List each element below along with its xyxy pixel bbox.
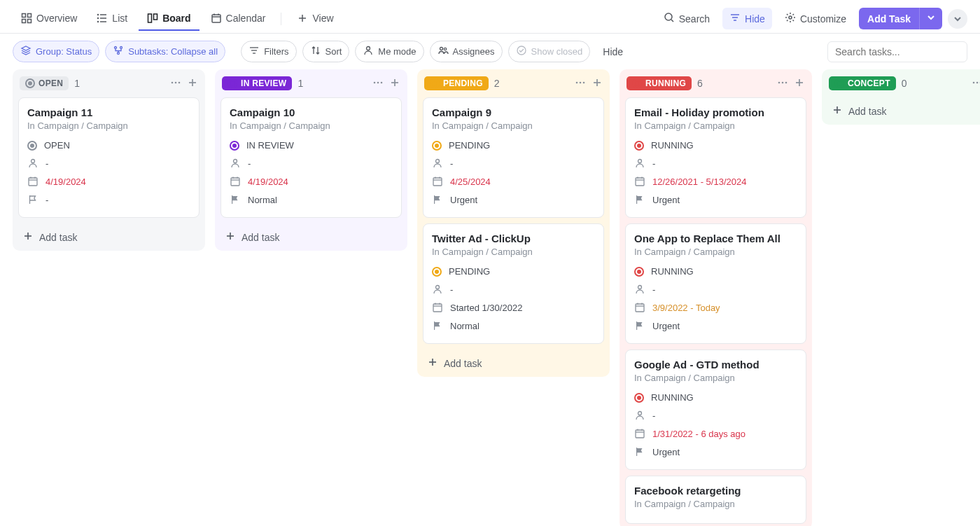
calendar-icon — [634, 302, 645, 313]
column-add[interactable] — [592, 77, 603, 90]
subtasks-pill[interactable]: Subtasks: Collapse all — [105, 41, 225, 62]
svg-rect-1 — [28, 13, 31, 17]
add-task-button[interactable]: Add Task — [859, 9, 919, 29]
sort-pill[interactable]: Sort — [302, 41, 350, 62]
hide-button[interactable]: Hide — [722, 8, 772, 29]
task-date-row: 3/9/2022 - Today — [634, 298, 797, 317]
task-priority: - — [46, 195, 48, 205]
group-by-pill[interactable]: Group: Status — [13, 41, 99, 62]
task-status-row: IN REVIEW — [230, 137, 393, 154]
svg-point-52 — [234, 160, 237, 163]
task-card[interactable]: Twitter Ad - ClickUpIn Campaign / Campai… — [423, 223, 604, 344]
status-dot-icon — [27, 141, 37, 151]
add-task-dropdown[interactable] — [919, 8, 942, 29]
task-location: In Campaign / Campaign — [432, 247, 595, 257]
column-menu[interactable] — [372, 77, 384, 90]
add-view-button[interactable]: View — [288, 7, 342, 31]
column-concept: CONCEPT0Add task — [822, 69, 980, 125]
svg-point-31 — [367, 47, 370, 50]
customize-button[interactable]: Customize — [778, 8, 853, 29]
plus-icon — [297, 13, 308, 24]
status-badge[interactable]: CONCEPT — [829, 76, 896, 90]
more-menu[interactable] — [948, 9, 967, 29]
task-card[interactable]: Google Ad - GTD methodIn Campaign / Camp… — [625, 349, 806, 470]
add-task-row[interactable]: Add task — [417, 349, 610, 377]
task-date-row: 12/26/2021 - 5/13/2024 — [634, 172, 797, 191]
column-menu[interactable] — [170, 77, 181, 90]
column-header: OPEN1 — [13, 69, 205, 97]
check-circle-icon — [516, 45, 527, 58]
add-task-row[interactable]: Add task — [215, 223, 407, 251]
show-closed-pill[interactable]: Show closed — [508, 41, 591, 62]
svg-point-59 — [576, 81, 578, 83]
task-card[interactable]: Campaign 10In Campaign / CampaignIN REVI… — [220, 97, 402, 218]
task-priority-row: - — [27, 191, 190, 209]
task-card[interactable]: Email - Holiday promotionIn Campaign / C… — [625, 97, 806, 218]
tab-calendar[interactable]: Calendar — [202, 7, 274, 31]
status-badge[interactable]: IN REVIEW — [222, 76, 292, 90]
add-task-row[interactable]: Add task — [822, 97, 980, 125]
task-card[interactable]: Campaign 9In Campaign / CampaignPENDING-… — [423, 97, 604, 218]
svg-point-69 — [436, 286, 440, 289]
hide-label: Hide — [745, 13, 765, 25]
task-search-input[interactable] — [835, 46, 960, 57]
task-status: RUNNING — [651, 392, 694, 403]
divider — [281, 13, 281, 25]
filters-pill[interactable]: Filters — [241, 41, 296, 62]
svg-point-35 — [172, 81, 174, 83]
search-button[interactable]: Search — [657, 8, 717, 29]
people-icon — [438, 45, 449, 58]
task-status: PENDING — [449, 266, 490, 277]
tab-label: Overview — [36, 13, 77, 24]
task-date-row: 4/19/2024 — [27, 172, 190, 191]
plus-icon — [225, 230, 236, 244]
tab-label: List — [112, 13, 127, 24]
task-priority: Urgent — [652, 321, 680, 331]
task-location: In Campaign / Campaign — [432, 120, 595, 131]
flag-icon — [432, 320, 443, 331]
column-add[interactable] — [794, 77, 805, 90]
column-menu[interactable] — [972, 77, 980, 90]
calendar-icon — [432, 176, 443, 187]
task-assignee-row: - — [634, 154, 797, 172]
column-add[interactable] — [389, 77, 400, 90]
task-priority-row: Urgent — [432, 191, 595, 209]
person-icon — [634, 158, 645, 169]
task-status-row: OPEN — [27, 137, 190, 154]
me-mode-pill[interactable]: Me mode — [355, 41, 424, 62]
svg-point-97 — [976, 81, 979, 83]
add-task-row[interactable]: Add task — [13, 223, 205, 251]
tab-label: Calendar — [226, 13, 266, 24]
add-task-label: Add task — [241, 232, 279, 243]
column-menu[interactable] — [777, 77, 788, 90]
tab-board[interactable]: Board — [139, 7, 199, 31]
board-icon — [147, 13, 158, 24]
svg-point-47 — [374, 81, 376, 83]
status-dot-icon — [834, 78, 844, 88]
column-pending: PENDING2Campaign 9In Campaign / Campaign… — [417, 69, 610, 377]
task-card[interactable]: Campaign 11In Campaign / CampaignOPEN-4/… — [18, 97, 200, 218]
tab-list[interactable]: List — [88, 7, 136, 31]
task-assignee: - — [450, 158, 453, 169]
status-badge[interactable]: RUNNING — [626, 76, 692, 90]
column-add[interactable] — [187, 77, 198, 90]
calendar-icon — [634, 176, 645, 187]
svg-point-91 — [638, 412, 642, 415]
assignees-pill[interactable]: Assignees — [430, 41, 503, 62]
flag-icon — [27, 194, 38, 205]
status-dot-icon — [227, 78, 237, 88]
column-header: IN REVIEW1 — [215, 69, 407, 97]
status-badge[interactable]: PENDING — [424, 76, 489, 90]
status-badge[interactable]: OPEN — [20, 76, 69, 90]
toolbar-hide-button[interactable]: Hide — [596, 43, 630, 61]
plus-icon — [22, 230, 34, 244]
svg-point-33 — [444, 48, 446, 50]
task-card[interactable]: One App to Replace Them AllIn Campaign /… — [625, 223, 806, 344]
tab-overview[interactable]: Overview — [13, 7, 85, 31]
task-search[interactable] — [827, 41, 967, 62]
column-menu[interactable] — [575, 77, 586, 90]
task-card[interactable]: Facebook retargetingIn Campaign / Campai… — [625, 476, 806, 524]
person-icon — [363, 45, 374, 58]
svg-point-25 — [115, 47, 117, 49]
task-priority-row: Normal — [230, 191, 393, 209]
